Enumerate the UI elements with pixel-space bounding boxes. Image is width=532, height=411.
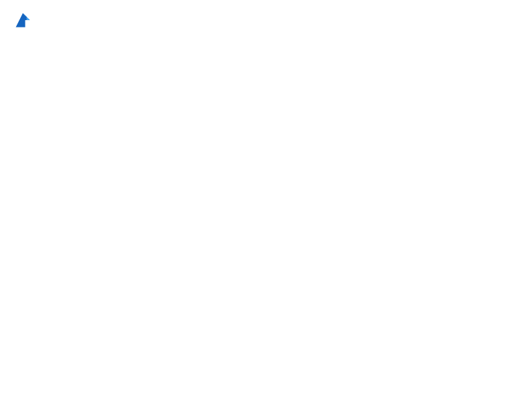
logo (11, 11, 32, 30)
logo-icon (13, 11, 32, 30)
page-header (11, 11, 521, 30)
